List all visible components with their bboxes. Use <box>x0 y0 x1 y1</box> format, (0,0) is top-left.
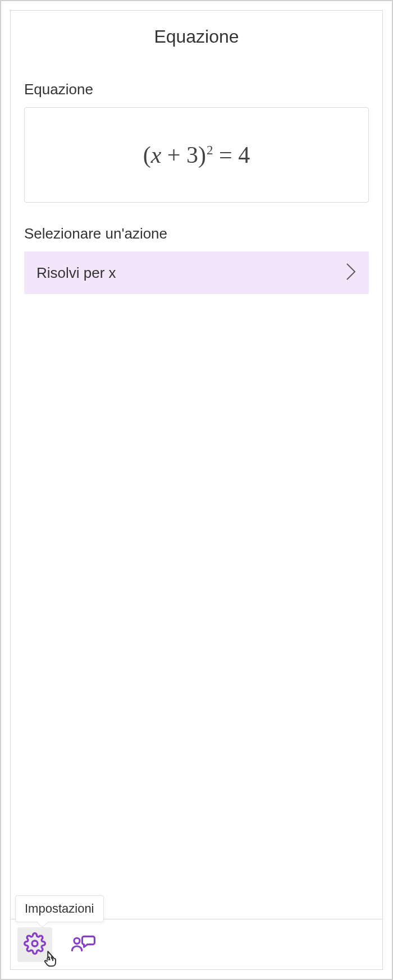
equation-text: (x + 3)2 = 4 <box>143 141 250 168</box>
people-chat-icon <box>71 932 95 957</box>
svg-point-1 <box>74 938 80 944</box>
equation-section-label: Equazione <box>24 81 369 98</box>
equation-display[interactable]: (x + 3)2 = 4 <box>24 107 369 203</box>
action-section-label: Selezionare un'azione <box>24 225 369 242</box>
panel-title: Equazione <box>24 26 369 47</box>
feedback-button[interactable] <box>66 927 100 962</box>
solve-for-x-action[interactable]: Risolvi per x <box>24 251 369 294</box>
panel-content: Equazione Equazione (x + 3)2 = 4 Selezio… <box>11 11 382 919</box>
footer-bar: Impostazioni <box>11 919 382 969</box>
chevron-right-icon <box>345 262 357 283</box>
svg-point-0 <box>32 941 38 946</box>
panel-inner: Equazione Equazione (x + 3)2 = 4 Selezio… <box>10 10 383 970</box>
settings-tooltip: Impostazioni <box>15 895 104 922</box>
gear-icon <box>24 932 46 957</box>
panel-window: Equazione Equazione (x + 3)2 = 4 Selezio… <box>0 0 393 980</box>
settings-button[interactable] <box>17 927 52 962</box>
action-label: Risolvi per x <box>36 264 116 282</box>
